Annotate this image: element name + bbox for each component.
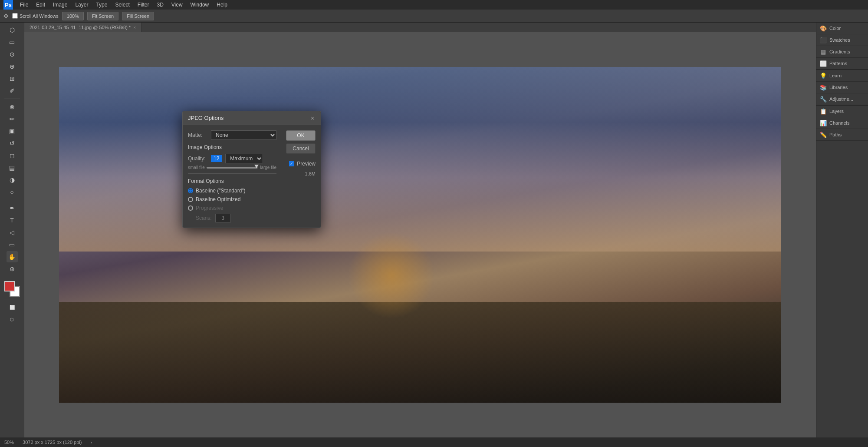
history-brush-tool[interactable]: ↺ — [7, 138, 18, 149]
menu-edit[interactable]: Edit — [33, 1, 49, 9]
small-file-label: small file — [188, 165, 205, 170]
screen-mode-tool[interactable]: ⬡ — [7, 314, 18, 325]
panel-label-channels: Channels — [829, 120, 849, 126]
file-size: 1.6M — [305, 171, 316, 176]
menu-3d[interactable]: 3D — [153, 1, 167, 9]
quick-selection-tool[interactable]: ⊕ — [7, 61, 18, 72]
dodge-tool[interactable]: ○ — [7, 186, 18, 198]
dialog-title-bar: JPEG Options × — [183, 111, 321, 125]
menu-filter[interactable]: Filter — [134, 1, 153, 9]
panel-item-libraries[interactable]: 📚 Libraries — [816, 82, 868, 93]
dialog-inner: Matte: None Image Options Quality: 12 Ma… — [183, 125, 321, 228]
fill-screen-button[interactable]: Fill Screen — [122, 12, 154, 20]
large-file-label: large file — [260, 165, 276, 170]
canvas-area — [24, 32, 816, 437]
panel-item-adjustments[interactable]: 🔧 Adjustme... — [816, 93, 868, 105]
ok-button[interactable]: OK — [286, 130, 316, 141]
menu-view[interactable]: View — [168, 1, 186, 9]
foreground-color-box[interactable] — [4, 281, 15, 291]
adjustments-icon: 🔧 — [820, 96, 827, 103]
tool-divider-2 — [4, 200, 20, 200]
quality-row: Quality: 12 Maximum — [188, 154, 276, 163]
healing-brush-tool[interactable]: ⊗ — [7, 101, 18, 113]
layers-icon: 📋 — [820, 108, 827, 115]
menu-type[interactable]: Type — [92, 1, 111, 9]
gradient-tool[interactable]: ▤ — [7, 162, 18, 173]
tool-divider-3 — [4, 277, 20, 277]
menu-file[interactable]: File — [16, 1, 32, 9]
crop-tool[interactable]: ⊞ — [7, 73, 18, 84]
stamp-tool[interactable]: ▣ — [7, 126, 18, 137]
radio-progressive-label: Progressive — [196, 205, 223, 211]
arrow-status[interactable]: › — [90, 440, 92, 445]
scans-input[interactable] — [215, 214, 231, 222]
quality-value[interactable]: 12 — [211, 155, 222, 162]
dialog-right-panel: OK Cancel Preview 1.6M — [282, 125, 321, 228]
format-options-section: Format Options Baseline ("Standard") Bas… — [188, 173, 276, 222]
tab-bar: 2021-03-29_15-45-41 -11.jpg @ 50% (RGB/8… — [24, 23, 816, 32]
jpeg-options-dialog: JPEG Options × Matte: None Image Options… — [182, 111, 321, 228]
marquee-tool[interactable]: ▭ — [7, 36, 18, 48]
tab-filename: 2021-03-29_15-45-41 -11.jpg @ 50% (RGB/8… — [30, 25, 131, 30]
panel-item-swatches[interactable]: ⬛ Swatches — [816, 34, 868, 46]
preview-row: Preview — [289, 161, 316, 167]
zoom-tool[interactable]: ⊕ — [7, 263, 18, 275]
scans-label: Scans: — [196, 215, 212, 221]
dimensions-status: 3072 px x 1725 px (120 ppi) — [23, 440, 82, 445]
preview-label: Preview — [297, 161, 316, 167]
color-icon: 🎨 — [820, 25, 827, 32]
menu-window[interactable]: Window — [187, 1, 213, 9]
brush-tool[interactable]: ✏ — [7, 113, 18, 125]
libraries-icon: 📚 — [820, 84, 827, 91]
format-options-header: Format Options — [188, 178, 276, 184]
type-tool[interactable]: T — [7, 215, 18, 226]
panel-item-paths[interactable]: ✏️ Paths — [816, 129, 868, 141]
matte-select[interactable]: None — [211, 130, 276, 140]
blur-tool[interactable]: ◑ — [7, 174, 18, 185]
path-selection-tool[interactable]: ◁ — [7, 227, 18, 238]
zoom-level[interactable]: 100% — [62, 12, 84, 20]
scroll-all-checkbox[interactable]: Scroll All Windows — [12, 13, 59, 19]
lasso-tool[interactable]: ⊙ — [7, 49, 18, 60]
right-panel: 🎨 Color ⬛ Swatches ▦ Gradients ⬜ Pattern… — [816, 23, 868, 437]
dialog-close-button[interactable]: × — [309, 115, 316, 121]
menu-select[interactable]: Select — [112, 1, 133, 9]
scans-row: Scans: — [188, 214, 276, 222]
panel-label-patterns: Patterns — [829, 61, 847, 66]
hand-tool[interactable]: ✋ — [7, 251, 18, 262]
panel-item-channels[interactable]: 📊 Channels — [816, 117, 868, 129]
toolbar: ✥ Scroll All Windows 100% Fit Screen Fil… — [0, 10, 868, 23]
radio-baseline-optimized[interactable] — [188, 197, 193, 202]
tab-close-button[interactable]: × — [133, 25, 136, 30]
quality-preset-select[interactable]: Maximum — [225, 154, 263, 163]
panel-label-color: Color — [829, 26, 841, 31]
document-tab[interactable]: 2021-03-29_15-45-41 -11.jpg @ 50% (RGB/8… — [24, 23, 141, 32]
tool-divider-4 — [4, 299, 20, 299]
radio-progressive[interactable] — [188, 205, 193, 211]
cancel-button[interactable]: Cancel — [286, 143, 316, 154]
shape-tool[interactable]: ▭ — [7, 239, 18, 250]
quality-slider-track[interactable] — [207, 167, 258, 169]
panel-item-color[interactable]: 🎨 Color — [816, 23, 868, 34]
menu-image[interactable]: Image — [49, 1, 71, 9]
panel-item-patterns[interactable]: ⬜ Patterns — [816, 58, 868, 70]
panel-item-learn[interactable]: 💡 Learn — [816, 70, 868, 82]
fit-screen-button[interactable]: Fit Screen — [87, 12, 118, 20]
preview-checkbox[interactable] — [289, 161, 294, 166]
radio-baseline-optimized-row: Baseline Optimized — [188, 196, 276, 202]
panel-item-gradients[interactable]: ▦ Gradients — [816, 46, 868, 58]
pen-tool[interactable]: ✒ — [7, 202, 18, 214]
panel-item-layers[interactable]: 📋 Layers — [816, 106, 868, 117]
quality-slider-row: small file large file — [188, 165, 276, 170]
move-tool[interactable]: ⬡ — [7, 24, 18, 36]
quick-mask-tool[interactable]: ⬜ — [7, 301, 18, 313]
radio-baseline-standard[interactable] — [188, 188, 193, 193]
eyedropper-tool[interactable]: ✐ — [7, 85, 18, 96]
menu-help[interactable]: Help — [213, 1, 231, 9]
menu-layer[interactable]: Layer — [72, 1, 92, 9]
scroll-all-input[interactable] — [12, 13, 18, 19]
panel-label-layers: Layers — [829, 109, 844, 114]
eraser-tool[interactable]: ◻ — [7, 150, 18, 161]
channels-icon: 📊 — [820, 119, 827, 126]
canvas-background — [59, 67, 781, 403]
